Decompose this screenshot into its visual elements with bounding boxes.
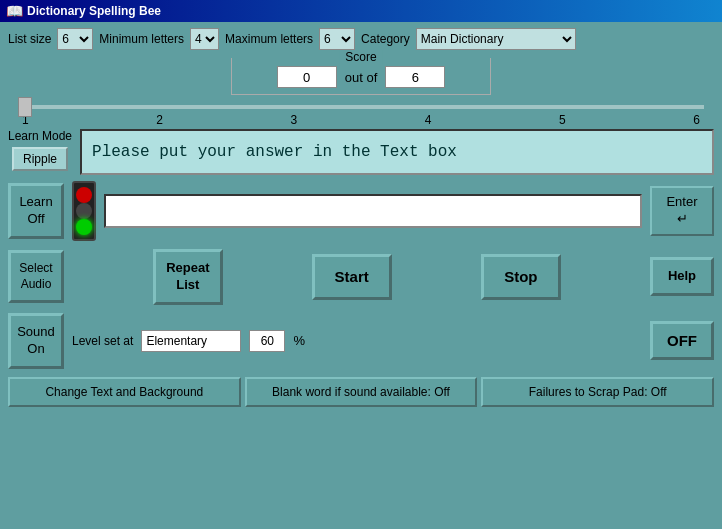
slider-container: 1 2 3 4 5 6: [8, 105, 714, 127]
title-bar-icon: 📖: [6, 3, 23, 19]
slider-label-5: 5: [559, 113, 566, 127]
title-bar: 📖 Dictionary Spelling Bee: [0, 0, 722, 22]
category-label: Category: [361, 32, 410, 46]
list-size-label: List size: [8, 32, 51, 46]
bottom-bar: Change Text and Background Blank word if…: [8, 377, 714, 407]
yellow-light: [76, 203, 92, 219]
ripple-button[interactable]: Ripple: [12, 147, 68, 171]
learn-off-button[interactable]: LearnOff: [8, 183, 64, 239]
select-audio-button[interactable]: SelectAudio: [8, 250, 64, 303]
slider-label-4: 4: [425, 113, 432, 127]
max-letters-select[interactable]: 6 34578910: [319, 28, 355, 50]
main-buttons: SelectAudio RepeatList Start Stop Help: [8, 249, 714, 305]
slider-track[interactable]: [18, 105, 704, 109]
slider-thumb[interactable]: [18, 97, 32, 117]
red-light: [76, 187, 92, 203]
repeat-list-button[interactable]: RepeatList: [153, 249, 222, 305]
learn-area: Learn Mode Ripple Please put your answer…: [8, 129, 714, 175]
out-of-label: out of: [345, 70, 378, 85]
category-select[interactable]: Main Dictionary Custom List Easy Words H…: [416, 28, 576, 50]
score-wrapper: Score 0 out of 6: [8, 58, 714, 95]
blank-word-button[interactable]: Blank word if sound available: Off: [245, 377, 478, 407]
help-button[interactable]: Help: [650, 257, 714, 296]
score-box: Score 0 out of 6: [231, 58, 491, 95]
percent-symbol: %: [293, 333, 305, 348]
slider-label-3: 3: [291, 113, 298, 127]
stop-button[interactable]: Stop: [481, 254, 561, 300]
slider-labels: 1 2 3 4 5 6: [18, 113, 704, 127]
score-total: 6: [385, 66, 445, 88]
max-letters-label: Maximum letters: [225, 32, 313, 46]
score-inner: 0 out of 6: [244, 66, 478, 88]
off-button[interactable]: OFF: [650, 321, 714, 360]
failures-scrap-button[interactable]: Failures to Scrap Pad: Off: [481, 377, 714, 407]
min-letters-select[interactable]: 4 235678: [190, 28, 219, 50]
slider-label-6: 6: [693, 113, 700, 127]
answer-row: LearnOff Enter↵: [8, 181, 714, 241]
level-set-label: Level set at: [72, 334, 133, 348]
display-box: Please put your answer in the Text box: [80, 129, 714, 175]
green-light: [76, 219, 92, 235]
percent-field[interactable]: [249, 330, 285, 352]
top-controls: List size 6 12345 78910 Minimum letters …: [8, 28, 714, 50]
learn-mode-label: Learn Mode: [8, 129, 72, 143]
answer-input[interactable]: [104, 194, 642, 228]
main-content: List size 6 12345 78910 Minimum letters …: [0, 22, 722, 413]
min-letters-label: Minimum letters: [99, 32, 184, 46]
sound-on-button[interactable]: SoundOn: [8, 313, 64, 369]
learn-mode-panel: Learn Mode Ripple: [8, 129, 72, 175]
score-legend: Score: [339, 50, 382, 64]
traffic-light: [72, 181, 96, 241]
title-bar-label: Dictionary Spelling Bee: [27, 4, 161, 18]
bottom-row: SoundOn Level set at % OFF: [8, 313, 714, 369]
score-current: 0: [277, 66, 337, 88]
slider-label-2: 2: [156, 113, 163, 127]
start-button[interactable]: Start: [312, 254, 392, 300]
enter-button[interactable]: Enter↵: [650, 186, 714, 236]
list-size-select[interactable]: 6 12345 78910: [57, 28, 93, 50]
change-text-bg-button[interactable]: Change Text and Background: [8, 377, 241, 407]
level-input[interactable]: [141, 330, 241, 352]
